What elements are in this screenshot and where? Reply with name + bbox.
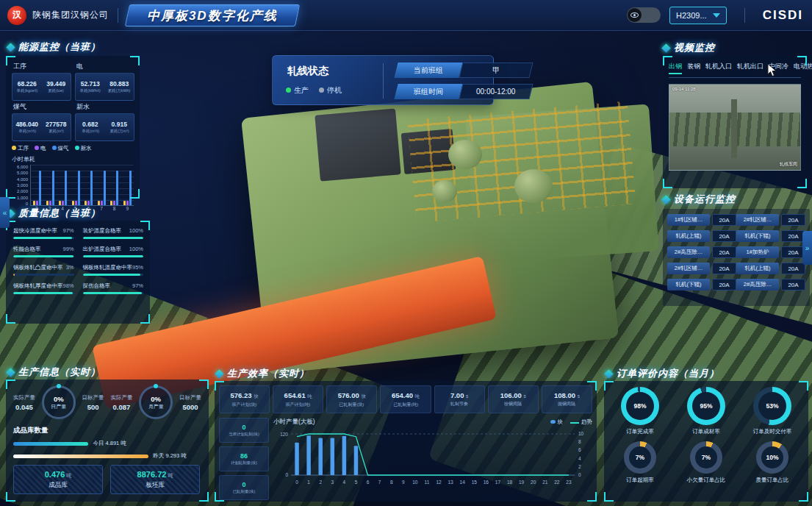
device-cell[interactable]: 轧机(下辊) 20A (667, 279, 736, 291)
device-cell[interactable]: 1#加热炉 20A (736, 246, 805, 258)
eye-icon (628, 8, 642, 22)
svg-text:21: 21 (542, 480, 548, 485)
hour-bar (342, 436, 347, 475)
svg-text:4: 4 (578, 456, 581, 461)
device-cell[interactable]: 2#轧区辅… 20A (667, 263, 736, 274)
energy-group: 煤气 486.040单耗(m³/t) 277578累耗(m³) (12, 101, 71, 141)
panel-icon (6, 368, 15, 377)
order-kpi: 98% 订单完成率 (607, 387, 673, 435)
visibility-toggle[interactable] (627, 7, 661, 23)
slab-stock-box: 8876.72吨 板坯库 (110, 465, 200, 494)
panel-icon (215, 369, 224, 379)
hour-chart-title: 小时产量(大板) (273, 418, 315, 427)
svg-text:23: 23 (566, 480, 572, 485)
cctv-feed[interactable]: 09-14 11:28 轧线车间 (669, 84, 801, 171)
hourly-output-chart: 小时产量(大板) 块 趋势 01234567891011121314151617… (273, 418, 592, 500)
hour-bar (306, 435, 311, 475)
svg-text:0: 0 (295, 480, 298, 485)
energy-group: 工序 68.226单耗(kgce/t) 39.449累耗(tce) (12, 60, 71, 101)
svg-text:2: 2 (319, 480, 322, 485)
device-cell[interactable]: 轧机(上辊) 20A (667, 230, 736, 242)
svg-text:10: 10 (412, 480, 418, 485)
order-kpi: 7% 订单超期率 (607, 441, 673, 484)
line-status-title: 轧线状态 (287, 65, 328, 78)
daily-actual: 实际产量0.045 (13, 394, 35, 411)
left-panel-collapse[interactable]: « (0, 197, 10, 228)
tab-mill-exit[interactable]: 轧机出口 (737, 62, 764, 74)
panel-icon (604, 369, 614, 379)
efficiency-panel: 576.23 块 班产计划(块)654.61 吨 班产计划(吨)576.00 块… (215, 381, 597, 502)
status-stopped: 停机 (319, 85, 342, 96)
device-row: 1#轧区辅… 20A2#轧区辅… 20A (667, 214, 805, 226)
hour-bar (331, 438, 335, 475)
device-cell[interactable]: 2#轧区辅… 20A (736, 214, 805, 226)
energy-bar-group (33, 170, 41, 205)
yellow-scaffold (407, 101, 636, 223)
cctv-camera-label: 轧线车间 (780, 161, 797, 168)
view-select[interactable]: H2309... (669, 7, 727, 24)
quality-item: 钢板终轧凸度命中率 3% (13, 264, 74, 276)
svg-text:120: 120 (280, 432, 288, 437)
svg-text:11: 11 (425, 480, 430, 485)
right-panel-collapse[interactable]: » (802, 231, 812, 265)
video-panel: 出钢 装钢 轧机入口 轧机出口 中间冷 电动热 09-14 11:28 轧线车间 (663, 56, 807, 188)
devices-panel-title: 设备运行监控 (674, 193, 736, 206)
svg-text:8: 8 (390, 480, 393, 485)
tab-chugang[interactable]: 出钢 (669, 62, 682, 74)
svg-text:13: 13 (448, 480, 454, 485)
energy-chart-label: 小时单耗 (12, 155, 134, 163)
device-cell[interactable]: 轧机(上辊) 20A (736, 263, 805, 274)
tab-hotsaw[interactable]: 电动热 (794, 62, 812, 74)
svg-text:0: 0 (578, 472, 581, 477)
mill-dome (514, 169, 553, 203)
device-row: 轧机(下辊) 20A2#高压除… 20A (667, 279, 805, 291)
divider (744, 8, 745, 23)
shift-row: 当前班组 甲 (394, 63, 533, 78)
svg-text:14: 14 (460, 480, 466, 485)
svg-text:4: 4 (343, 480, 346, 485)
svg-text:19: 19 (519, 480, 525, 485)
svg-text:2: 2 (578, 464, 581, 469)
hour-bar (354, 446, 359, 475)
order-kpi: 10% 质量订单占比 (739, 441, 805, 484)
hour-chart-legend: 块 趋势 (550, 418, 593, 426)
device-row: 2#轧区辅… 20A轧机(上辊) 20A (667, 263, 805, 274)
energy-panel: 工序 68.226单耗(kgce/t) 39.449累耗(tce) 电 52.7… (6, 56, 140, 199)
efficiency-stat: 106.00 s 咬钢间隔 (488, 385, 539, 413)
efficiency-side-stat: 0 已轧制量(块) (219, 475, 269, 500)
svg-text:6: 6 (578, 447, 581, 452)
donut-gauge: 98% (621, 387, 659, 425)
energy-bar-group (59, 170, 67, 205)
svg-text:10: 10 (578, 431, 584, 436)
quality-item: 出炉温度合格率 100% (83, 246, 144, 257)
device-cell[interactable]: 2#高压除… 20A (667, 246, 736, 258)
energy-bar-group (123, 170, 132, 205)
production-panel-title: 生产信息（实时） (18, 366, 101, 379)
energy-group: 电 52.713单耗(kWh/t) 80.883累耗(万kWh) (75, 60, 134, 101)
stock-bar-today: 今日 4.891 吨 (13, 440, 201, 447)
cctv-crane (731, 99, 737, 158)
svg-text:3: 3 (331, 480, 334, 485)
device-cell[interactable]: 轧机(下辊) 20A (736, 230, 805, 242)
quality-item: 超快冷温度命中率 97% (13, 227, 74, 239)
svg-text:12: 12 (436, 480, 442, 485)
tab-zhuanggang[interactable]: 装钢 (687, 62, 700, 74)
tab-mill-entry[interactable]: 轧机入口 (705, 62, 732, 74)
device-cell[interactable]: 2#高压除… 20A (736, 279, 805, 291)
energy-hour-chart: 6,0005,0004,0003,0002,0001,0000 (12, 165, 134, 206)
hour-bar (295, 443, 299, 475)
svg-text:5: 5 (355, 480, 358, 485)
efficiency-panel-title: 生产效率（实时） (227, 367, 309, 380)
hour-bar (318, 438, 322, 475)
energy-legend: 工序 电 煤气 新水 (12, 145, 134, 152)
video-panel-title: 视频监控 (674, 41, 715, 54)
efficiency-stat: 654.61 吨 班产计划(吨) (273, 385, 323, 413)
orders-panel-title: 订单评价内容（当月） (617, 367, 719, 380)
energy-bar-group (98, 170, 106, 205)
chevron-down-icon (713, 13, 720, 18)
efficiency-stat: 576.00 块 已轧制量(块) (326, 385, 377, 413)
cisdi-logo: CISDI (763, 8, 803, 23)
device-cell[interactable]: 1#轧区辅… 20A (667, 214, 736, 226)
mill-dome (448, 140, 482, 169)
svg-text:0: 0 (285, 472, 288, 477)
